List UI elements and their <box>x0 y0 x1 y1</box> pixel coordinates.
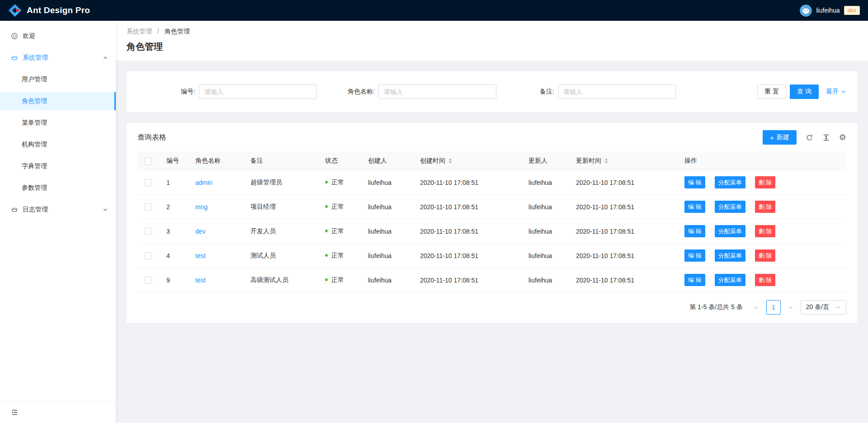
delete-button[interactable]: 删 除 <box>755 274 776 286</box>
new-button[interactable]: + 新建 <box>763 130 797 145</box>
table-row: 3 dev 开发人员 正常 liufeihua 2020-11-10 17:08… <box>137 219 846 244</box>
query-button[interactable]: 查 询 <box>790 85 819 99</box>
row-checkbox[interactable] <box>145 203 152 211</box>
cell-actions: 编 辑 分配菜单 删 除 <box>677 219 846 244</box>
body-row: 欢迎 系统管理 用户管理 角色管理 <box>0 21 868 423</box>
edit-button[interactable]: 编 辑 <box>684 249 705 262</box>
edit-button[interactable]: 编 辑 <box>684 176 705 188</box>
field-id-input[interactable] <box>199 85 317 99</box>
assign-menu-button[interactable]: 分配菜单 <box>715 274 745 286</box>
cell-remark: 开发人员 <box>243 219 318 244</box>
col-header-role-name: 角色名称 <box>188 152 243 170</box>
divider <box>710 179 710 186</box>
expand-link-label: 展开 <box>826 88 839 96</box>
chevron-down-icon <box>841 89 846 94</box>
cell-id: 2 <box>159 195 188 219</box>
assign-menu-button[interactable]: 分配菜单 <box>715 201 745 213</box>
sidebar-item-log-mgmt[interactable]: 日志管理 <box>0 201 116 219</box>
table-row: 1 admin 超级管理员 正常 liufeihua 2020-11-10 17… <box>137 170 846 195</box>
pagination-next-icon[interactable]: > <box>784 300 797 315</box>
column-height-icon[interactable] <box>822 134 830 141</box>
user-menu[interactable]: liufeihua dev <box>800 5 860 17</box>
assign-menu-button[interactable]: 分配菜单 <box>715 176 745 188</box>
assign-menu-button[interactable]: 分配菜单 <box>715 225 745 237</box>
delete-button[interactable]: 删 除 <box>755 225 776 237</box>
cell-actions: 编 辑 分配菜单 删 除 <box>677 268 846 292</box>
status-text: 正常 <box>331 227 344 235</box>
assign-menu-button[interactable]: 分配菜单 <box>715 249 745 262</box>
cell-role-name-link[interactable]: dev <box>188 219 243 244</box>
cell-id: 4 <box>159 244 188 268</box>
page-size-select[interactable]: 20 条/页 <box>801 300 846 315</box>
divider <box>750 253 750 259</box>
delete-button[interactable]: 删 除 <box>755 176 776 188</box>
reset-button[interactable]: 重 置 <box>757 85 786 99</box>
edit-button[interactable]: 编 辑 <box>684 274 705 286</box>
row-checkbox[interactable] <box>145 228 152 235</box>
sidebar-item-label: 机构管理 <box>22 141 47 149</box>
cell-status: 正常 <box>318 268 361 292</box>
delete-button[interactable]: 删 除 <box>755 249 776 262</box>
cell-actions: 编 辑 分配菜单 删 除 <box>677 244 846 268</box>
crown-icon <box>11 206 18 213</box>
page-content: 编号: 角色名称: 备注: 重 置 查 询 <box>116 61 868 423</box>
field-remark-input[interactable] <box>558 85 676 99</box>
sidebar-item-param-mgmt[interactable]: 参数管理 <box>0 179 116 197</box>
cell-updater: liufeihua <box>521 268 569 292</box>
cell-role-name-link[interactable]: test <box>188 244 243 268</box>
sort-created-at[interactable]: 创建时间 <box>420 157 452 165</box>
field-id-label: 编号: <box>137 88 199 96</box>
divider <box>750 228 750 235</box>
row-checkbox[interactable] <box>145 252 152 259</box>
col-header-status: 状态 <box>318 152 361 170</box>
edit-button[interactable]: 编 辑 <box>684 201 705 213</box>
table-body: 1 admin 超级管理员 正常 liufeihua 2020-11-10 17… <box>137 170 846 292</box>
menu-fold-icon[interactable] <box>11 409 19 416</box>
env-tag: dev <box>844 6 860 15</box>
sidebar-item-label: 日志管理 <box>23 206 48 214</box>
table-row: 9 test 高级测试人员 正常 liufeihua 2020-11-10 17… <box>137 268 846 292</box>
field-remark: 备注: <box>496 85 676 99</box>
status-dot-icon <box>325 278 328 281</box>
cell-updated-at: 2020-11-10 17:08:51 <box>569 244 677 268</box>
sidebar-item-label: 菜单管理 <box>22 119 47 127</box>
sidebar-item-system-mgmt[interactable]: 系统管理 <box>0 49 116 67</box>
field-role-name-input[interactable] <box>378 85 496 99</box>
cell-updater: liufeihua <box>521 195 569 219</box>
status-text: 正常 <box>331 252 344 259</box>
col-header-creator: 创建人 <box>361 152 413 170</box>
sidebar-item-user-mgmt[interactable]: 用户管理 <box>0 70 116 89</box>
sidebar-item-welcome[interactable]: 欢迎 <box>0 27 116 45</box>
cell-role-name-link[interactable]: mng <box>188 195 243 219</box>
cell-created-at: 2020-11-10 17:08:51 <box>413 244 521 268</box>
cell-remark: 测试人员 <box>243 244 318 268</box>
field-role-name: 角色名称: <box>317 85 496 99</box>
breadcrumb-item-system[interactable]: 系统管理 <box>127 28 152 35</box>
avatar <box>800 5 812 17</box>
sidebar-item-dict-mgmt[interactable]: 字典管理 <box>0 157 116 175</box>
row-checkbox[interactable] <box>145 179 152 186</box>
status-text: 正常 <box>331 179 344 186</box>
select-all-checkbox[interactable] <box>145 158 152 165</box>
reload-icon[interactable] <box>806 134 813 141</box>
col-header-updater: 更新人 <box>521 152 569 170</box>
sidebar-item-role-mgmt[interactable]: 角色管理 <box>0 92 116 110</box>
pagination-page-1[interactable]: 1 <box>766 300 781 315</box>
pagination-prev-icon[interactable]: < <box>750 300 763 315</box>
sidebar-item-org-mgmt[interactable]: 机构管理 <box>0 136 116 154</box>
expand-link[interactable]: 展开 <box>826 88 846 96</box>
cell-role-name-link[interactable]: test <box>188 268 243 292</box>
setting-icon[interactable]: ⚙ <box>839 133 846 141</box>
cell-id: 3 <box>159 219 188 244</box>
sidebar-item-menu-mgmt[interactable]: 菜单管理 <box>0 114 116 132</box>
delete-button[interactable]: 删 除 <box>755 201 776 213</box>
sidebar-item-label: 参数管理 <box>22 184 47 192</box>
sort-updated-at[interactable]: 更新时间 <box>576 157 608 165</box>
status-dot-icon <box>325 205 328 208</box>
toolbar-actions: + 新建 ⚙ <box>763 130 846 145</box>
edit-button[interactable]: 编 辑 <box>684 225 705 237</box>
logo-area[interactable]: Ant Design Pro <box>8 4 90 17</box>
cell-created-at: 2020-11-10 17:08:51 <box>413 219 521 244</box>
row-checkbox[interactable] <box>145 277 152 284</box>
cell-role-name-link[interactable]: admin <box>188 170 243 195</box>
